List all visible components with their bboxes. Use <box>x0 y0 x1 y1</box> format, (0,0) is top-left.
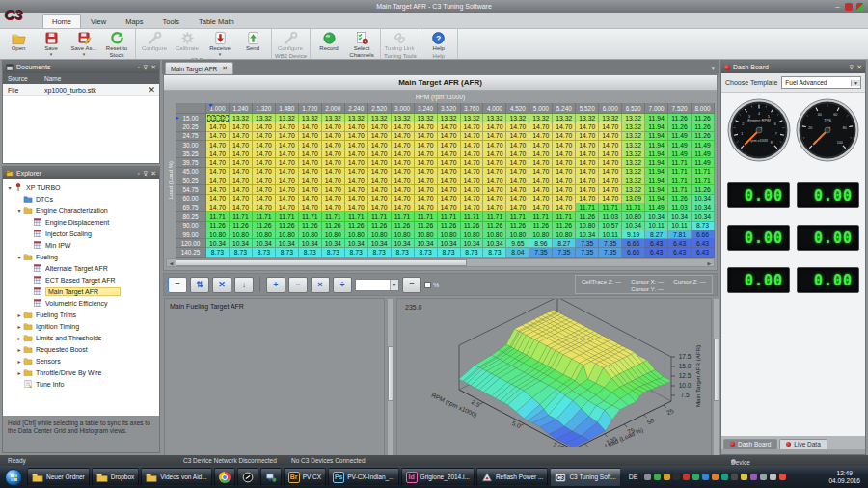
table-cell[interactable]: 10.34 <box>461 239 484 248</box>
taskbar-button-c3-tuning-soft[interactable]: C3C3 Tuning Soft... <box>550 468 620 486</box>
chevron-right-icon[interactable]: ▸ <box>15 312 23 318</box>
percent-checkbox[interactable] <box>424 282 431 288</box>
tab-close-icon[interactable]: ✕ <box>222 65 228 72</box>
table-cell[interactable]: 8.27 <box>553 239 576 248</box>
table-cell[interactable]: 14.70 <box>230 168 253 176</box>
table-cell[interactable]: 14.70 <box>299 176 322 185</box>
table-cell[interactable]: 13.32 <box>345 114 368 122</box>
table-cell[interactable]: 14.70 <box>483 132 506 141</box>
table-cell[interactable]: 13.32 <box>622 176 645 185</box>
table-cell[interactable]: 14.70 <box>368 176 392 185</box>
table-cell[interactable]: 14.70 <box>553 122 576 131</box>
taskbar-button-chrome[interactable] <box>214 468 235 486</box>
chevron-down-icon[interactable]: ▼ <box>390 280 398 290</box>
table-cell[interactable]: 11.26 <box>692 122 715 131</box>
table-cell[interactable]: 11.71 <box>345 212 368 221</box>
table-cell[interactable]: 14.70 <box>230 158 253 167</box>
table-cell[interactable]: 6.66 <box>692 230 715 239</box>
table-cell[interactable]: 14.70 <box>253 122 276 131</box>
tray-icon[interactable] <box>673 474 680 480</box>
table-cell[interactable]: 14.70 <box>576 168 599 176</box>
tray-icon[interactable] <box>692 474 699 480</box>
table-cell[interactable]: 14.70 <box>392 132 415 141</box>
table-cell[interactable]: 14.70 <box>230 141 253 149</box>
table-cell[interactable]: 7.35 <box>576 239 599 248</box>
table-cell[interactable]: 13.32 <box>622 141 645 149</box>
table-cell[interactable]: 13.32 <box>415 114 438 122</box>
table-cell[interactable]: 6.43 <box>668 239 692 248</box>
minimize-button[interactable]: – <box>835 1 839 12</box>
table-cell[interactable]: 10.34 <box>392 239 415 248</box>
table-cell[interactable]: 11.71 <box>461 212 484 221</box>
table-cell[interactable]: 8.73 <box>392 248 415 257</box>
table-cell[interactable]: 14.70 <box>322 176 345 185</box>
table-cell[interactable]: 11.94 <box>645 122 668 131</box>
table-cell[interactable]: 14.70 <box>438 132 461 141</box>
table-cell[interactable]: 14.70 <box>368 195 392 203</box>
table-cell[interactable]: 14.70 <box>483 149 506 158</box>
table-cell[interactable]: 14.70 <box>345 203 368 212</box>
table-cell[interactable]: 10.80 <box>368 230 392 239</box>
table-row-header[interactable]: 15.00► <box>176 114 206 122</box>
table-cell[interactable]: 10.34 <box>622 222 645 230</box>
table-cell[interactable]: 14.70 <box>415 176 438 185</box>
table-cell[interactable]: 14.70 <box>461 141 484 149</box>
table-cell[interactable]: 14.70 <box>392 149 415 158</box>
table-cell[interactable]: 7.35 <box>576 248 599 257</box>
table-cell[interactable]: 14.70 <box>230 195 253 203</box>
divide-button[interactable]: ÷ <box>333 277 352 293</box>
table-cell[interactable]: 11.26 <box>692 114 715 122</box>
table-cell[interactable]: 14.70 <box>230 122 253 131</box>
table-cell[interactable]: 8.73 <box>253 248 276 257</box>
table-cell[interactable]: 10.34 <box>253 239 276 248</box>
table-cell[interactable]: 14.70 <box>506 132 529 141</box>
table-row-header[interactable]: 140.25 <box>176 248 206 257</box>
table-row-header[interactable]: 20.25 <box>176 122 206 131</box>
configure-button[interactable]: Configure <box>139 30 170 52</box>
table-cell[interactable]: 10.34 <box>668 212 692 221</box>
table-cell[interactable]: 11.26 <box>668 114 692 122</box>
table-cell[interactable]: 14.70 <box>299 185 322 194</box>
table-cell[interactable]: 14.70 <box>553 176 576 185</box>
table-cell[interactable]: 14.70 <box>253 203 276 212</box>
table-cell[interactable]: 14.70 <box>415 168 438 176</box>
table-cell[interactable]: 14.70 <box>392 185 415 194</box>
table-col-header[interactable]: 1.720 <box>299 103 322 114</box>
tree-item-fueling-trims[interactable]: ▸Fueling Trims <box>3 309 159 320</box>
table-cell[interactable]: 14.70 <box>253 158 276 167</box>
table-cell[interactable]: 14.70 <box>553 195 576 203</box>
calibrate-button[interactable]: Calibrate <box>172 30 203 52</box>
table-row-header[interactable]: 60.00 <box>176 195 206 203</box>
table-cell[interactable]: 14.70 <box>392 203 415 212</box>
table-cell[interactable]: 10.34 <box>368 239 392 248</box>
table-cell[interactable]: 14.70 <box>253 149 276 158</box>
table-cell[interactable]: 10.34 <box>230 239 253 248</box>
table-cell[interactable]: 14.70 <box>506 185 529 194</box>
table-cell[interactable]: 11.26 <box>230 222 253 230</box>
table-cell[interactable]: 8.04 <box>506 248 529 257</box>
table-cell[interactable]: 14.70 <box>230 203 253 212</box>
table-cell[interactable]: 10.34 <box>206 239 230 248</box>
table-cell[interactable]: 14.70 <box>368 132 392 141</box>
table-cell[interactable]: 8.73 <box>692 222 715 230</box>
table-cell[interactable]: 13.32 <box>438 114 461 122</box>
tray-icon[interactable] <box>644 474 651 480</box>
table-cell[interactable]: 6.66 <box>622 248 645 257</box>
chevron-down-icon[interactable]: ▾ <box>15 254 23 260</box>
table-cell[interactable]: 14.70 <box>276 122 299 131</box>
table-cell[interactable]: 14.70 <box>299 122 322 131</box>
tree-item-fueling[interactable]: ▾Fueling <box>3 251 159 262</box>
tree-item-requested-boost[interactable]: ▸Requested Boost <box>3 343 159 355</box>
panel-close-icon[interactable]: ✕ <box>150 169 156 178</box>
table-cell[interactable]: 10.80 <box>206 230 230 239</box>
table-cell[interactable]: 14.70 <box>599 195 622 203</box>
table-cell[interactable]: 10.80 <box>276 230 299 239</box>
table-cell[interactable]: 11.94 <box>645 132 668 141</box>
table-cell[interactable]: 11.94 <box>645 141 668 149</box>
table-cell[interactable]: 11.49 <box>692 149 715 158</box>
table-cell[interactable]: 11.26 <box>438 222 461 230</box>
table-cell[interactable]: 14.70 <box>206 168 230 176</box>
table-cell[interactable]: 14.70 <box>368 149 392 158</box>
table-cell[interactable]: 14.70 <box>529 149 553 158</box>
table-cell[interactable]: 14.70 <box>553 168 576 176</box>
